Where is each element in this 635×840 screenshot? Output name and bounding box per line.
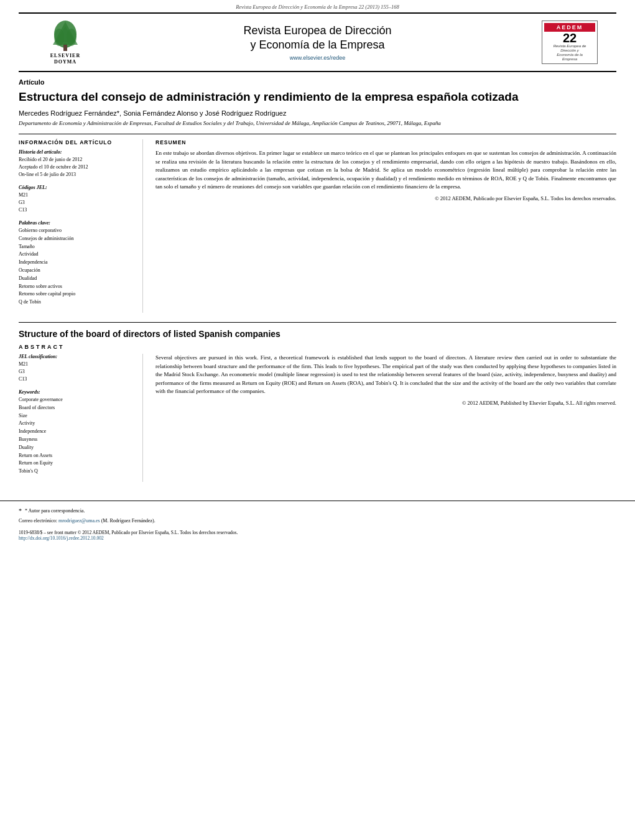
keyword-en-3: Activity bbox=[19, 420, 136, 428]
divider-1 bbox=[19, 134, 616, 134]
aedem-logo: AEDEM 22 Revista Europea de Dirección y … bbox=[542, 21, 598, 65]
english-right-col: Several objectives are pursued in this w… bbox=[155, 354, 616, 482]
keyword-en-1: Board of directors bbox=[19, 404, 136, 412]
keyword-es-2: Tamaño bbox=[19, 243, 136, 251]
keyword-es-7: Retorno sobre activos bbox=[19, 283, 136, 291]
footnote-email: Correo electrónico: mrodriguez@uma.es (M… bbox=[19, 517, 616, 525]
spanish-copyright: © 2012 AEDEM, Publicado por Elsevier Esp… bbox=[155, 195, 616, 201]
keyword-en-7: Return on Assets bbox=[19, 452, 136, 460]
jel-code-3: C13 bbox=[19, 206, 136, 214]
palabras-clave-group: Palabras clave: Gobierno corporativo Con… bbox=[19, 220, 136, 307]
jel-classification-group: JEL classification: M21 G3 C13 bbox=[19, 354, 136, 383]
keywords-en-group: Keywords: Corporate governance Board of … bbox=[19, 389, 136, 476]
page: Revista Europea de Dirección y Economía … bbox=[0, 0, 635, 840]
english-copyright: © 2012 AEDEM, Published by Elsevier Espa… bbox=[155, 400, 616, 406]
journal-citation: Revista Europea de Dirección y Economía … bbox=[236, 4, 399, 10]
keyword-en-5: Busyness bbox=[19, 436, 136, 444]
info-section-label: INFORMACIÓN DEL ARTÍCULO bbox=[19, 139, 136, 145]
keyword-es-9: Q de Tobín bbox=[19, 298, 136, 307]
keyword-es-6: Dualidad bbox=[19, 275, 136, 283]
svg-point-5 bbox=[67, 29, 76, 46]
footer: * * Autor para correspondencia. Correo e… bbox=[0, 501, 635, 547]
keyword-es-3: Actividad bbox=[19, 251, 136, 259]
journal-url: www.elsevier.es/redee bbox=[93, 55, 542, 61]
resumen-column: RESUMEN En este trabajo se abordan diver… bbox=[155, 139, 616, 313]
authors: Mercedes Rodríguez Fernández*, Sonia Fer… bbox=[19, 109, 616, 117]
resumen-text: En este trabajo se abordan diversos obje… bbox=[155, 149, 616, 192]
keyword-en-2: Size bbox=[19, 412, 136, 420]
abstract-text: Several objectives are pursued in this w… bbox=[155, 354, 616, 396]
jel-code-1: M21 bbox=[19, 192, 136, 199]
article-info-column: INFORMACIÓN DEL ARTÍCULO Historia del ar… bbox=[19, 139, 143, 313]
journal-header: ELSEVIER DOYMA Revista Europea de Direcc… bbox=[19, 12, 616, 72]
svg-point-4 bbox=[54, 29, 64, 46]
journal-title: Revista Europea de Dirección y Economía … bbox=[93, 24, 542, 62]
historia-group: Historia del artículo: Recibido el 20 de… bbox=[19, 149, 136, 178]
keyword-en-4: Independence bbox=[19, 428, 136, 436]
keyword-en-9: Tobin's Q bbox=[19, 468, 136, 476]
elsevier-tree-icon bbox=[47, 19, 84, 53]
article-title: Estructura del consejo de administración… bbox=[19, 90, 616, 105]
keyword-es-4: Independencia bbox=[19, 259, 136, 267]
jel-classification-label: JEL classification: bbox=[19, 354, 136, 359]
codigos-jel-label: Códigos JEL: bbox=[19, 185, 136, 190]
en-jel-1: M21 bbox=[19, 361, 136, 368]
abstract-label: ABSTRACT bbox=[19, 344, 616, 350]
keyword-es-1: Consejos de administración bbox=[19, 235, 136, 243]
keyword-es-0: Gobierno corporativo bbox=[19, 227, 136, 235]
journal-bar: Revista Europea de Dirección y Economía … bbox=[0, 0, 635, 12]
historia-label: Historia del artículo: bbox=[19, 149, 136, 155]
elsevier-text: ELSEVIER DOYMA bbox=[50, 53, 80, 66]
keyword-en-0: Corporate governance bbox=[19, 396, 136, 404]
main-content: Artículo Estructura del consejo de admin… bbox=[0, 72, 635, 488]
affiliation: Departamento de Economía y Administració… bbox=[19, 119, 616, 127]
codigos-jel-group: Códigos JEL: M21 G3 C13 bbox=[19, 185, 136, 214]
spanish-section: INFORMACIÓN DEL ARTÍCULO Historia del ar… bbox=[19, 139, 616, 313]
footnote-star: * * Autor para correspondencia. bbox=[19, 507, 616, 515]
english-title: Structure of the board of directors of l… bbox=[19, 329, 616, 339]
aedem-header-text: AEDEM bbox=[544, 23, 595, 32]
doi-link[interactable]: http://dx.doi.org/10.1016/j.redee.2012.1… bbox=[19, 535, 616, 541]
elsevier-logo: ELSEVIER DOYMA bbox=[37, 19, 93, 66]
en-jel-2: G3 bbox=[19, 368, 136, 376]
keywords-en-label: Keywords: bbox=[19, 389, 136, 395]
en-jel-3: C13 bbox=[19, 376, 136, 383]
email-link[interactable]: mrodriguez@uma.es bbox=[58, 518, 100, 524]
keyword-es-5: Ocupación bbox=[19, 267, 136, 275]
english-content: JEL classification: M21 G3 C13 Keywords:… bbox=[19, 354, 616, 482]
footer-issn: 1019-6838/$ – see front matter © 2012 AE… bbox=[19, 530, 616, 541]
resumen-label: RESUMEN bbox=[155, 139, 616, 145]
english-section: Structure of the board of directors of l… bbox=[19, 322, 616, 482]
keyword-en-6: Duality bbox=[19, 444, 136, 452]
english-left-col: JEL classification: M21 G3 C13 Keywords:… bbox=[19, 354, 143, 482]
jel-code-2: G3 bbox=[19, 199, 136, 206]
aedem-volume: 22 bbox=[544, 32, 595, 44]
aedem-subtitle: Revista Europea de Dirección y Economía … bbox=[544, 44, 595, 62]
palabras-clave-label: Palabras clave: bbox=[19, 220, 136, 226]
svg-rect-6 bbox=[63, 45, 67, 51]
recibido: Recibido el 20 de junio de 2012 bbox=[19, 156, 136, 164]
online: On-line el 5 de julio de 2013 bbox=[19, 171, 136, 178]
keyword-en-8: Return on Equity bbox=[19, 459, 136, 468]
footnote-author-note: * Autor para correspondencia. bbox=[25, 507, 85, 515]
aceptado: Aceptado el 10 de octubre de 2012 bbox=[19, 164, 136, 171]
article-type: Artículo bbox=[19, 78, 616, 86]
keyword-es-8: Retorno sobre capital propio bbox=[19, 290, 136, 298]
